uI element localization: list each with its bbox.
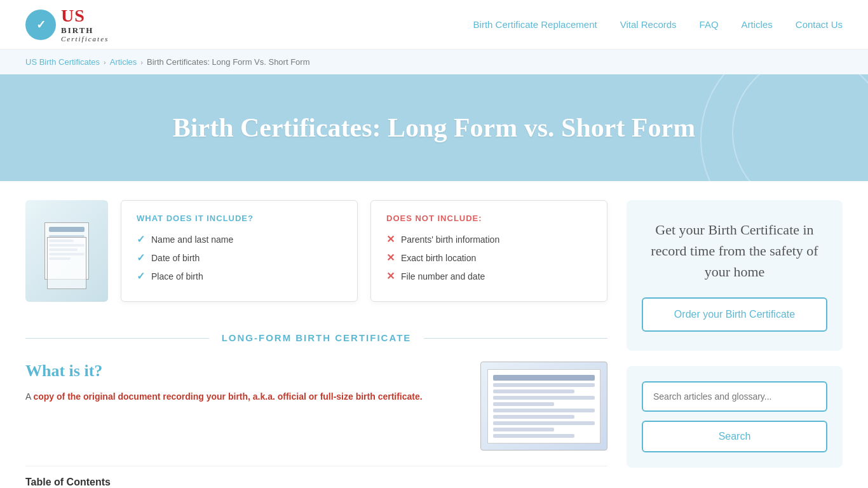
page-title: Birth Certificates: Long Form vs. Short … <box>25 112 843 143</box>
nav-vital-records[interactable]: Vital Records <box>620 19 677 30</box>
what-is-it-text: What is it? A copy of the original docum… <box>25 362 461 451</box>
x-icon-3: ✕ <box>386 270 395 282</box>
doc-line-9 <box>493 434 574 438</box>
doc-line-4 <box>493 402 554 406</box>
order-birth-certificate-button[interactable]: Order your Birth Certificate <box>642 297 827 332</box>
logo-text: US BIRTH Certificates <box>61 6 109 43</box>
search-button[interactable]: Search <box>642 421 827 452</box>
toc-section: Table of Contents <box>25 466 607 488</box>
not-includes-title: DOES NOT INCLUDE: <box>386 214 592 223</box>
breadcrumb: US Birth Certificates › Articles › Birth… <box>0 50 868 74</box>
doc-line-2 <box>493 390 574 393</box>
nav-articles[interactable]: Articles <box>742 19 773 30</box>
doc-line-header <box>493 375 595 381</box>
nav-faq[interactable]: FAQ <box>700 19 719 30</box>
check-icon-3: ✓ <box>137 270 145 282</box>
doc-line-8 <box>493 428 554 431</box>
long-form-title-bar: LONG-FORM BIRTH CERTIFICATE <box>25 321 607 355</box>
hero-section: Birth Certificates: Long Form vs. Short … <box>0 74 868 181</box>
x-icon-2: ✕ <box>386 252 395 264</box>
search-card: Search <box>627 366 843 468</box>
search-input[interactable] <box>642 381 827 412</box>
check-icon-1: ✓ <box>137 233 145 245</box>
main-nav: Birth Certificate Replacement Vital Reco… <box>473 19 843 30</box>
nav-birth-certificate-replacement[interactable]: Birth Certificate Replacement <box>473 19 597 30</box>
logo-certificates: Certificates <box>61 35 109 43</box>
long-form-doc-image <box>480 362 607 451</box>
not-include-item-1: ✕ Parents' birth information <box>386 233 592 245</box>
doc-image-short-form <box>25 200 108 302</box>
sidebar: Get your Birth Certificate in record tim… <box>627 200 843 488</box>
logo[interactable]: ✓ US BIRTH Certificates <box>25 6 109 43</box>
what-is-it-heading: What is it? <box>25 362 461 381</box>
include-item-2: ✓ Date of birth <box>137 252 342 264</box>
not-includes-card: DOES NOT INCLUDE: ✕ Parents' birth infor… <box>370 200 607 302</box>
breadcrumb-articles[interactable]: Articles <box>110 57 137 67</box>
not-include-item-3: ✕ File number and date <box>386 270 592 282</box>
site-header: ✓ US BIRTH Certificates Birth Certificat… <box>0 0 868 50</box>
what-is-it-description: A copy of the original document recordin… <box>25 390 461 405</box>
breadcrumb-sep-2: › <box>140 58 143 66</box>
includes-card: WHAT DOES IT INCLUDE? ✓ Name and last na… <box>121 200 358 302</box>
svg-text:✓: ✓ <box>36 18 46 31</box>
include-item-3: ✓ Place of birth <box>137 270 342 282</box>
long-form-section-title: LONG-FORM BIRTH CERTIFICATE <box>209 332 424 343</box>
not-include-item-2: ✕ Exact birth location <box>386 252 592 264</box>
main-container: WHAT DOES IT INCLUDE? ✓ Name and last na… <box>0 181 868 488</box>
breadcrumb-current: Birth Certificates: Long Form Vs. Short … <box>147 57 309 67</box>
nav-contact-us[interactable]: Contact Us <box>796 19 843 30</box>
breadcrumb-sep-1: › <box>104 58 106 66</box>
check-icon-2: ✓ <box>137 252 145 264</box>
doc-line-6 <box>493 415 574 419</box>
what-is-it-section: What is it? A copy of the original docum… <box>25 362 607 451</box>
include-item-1: ✓ Name and last name <box>137 233 342 245</box>
includes-title: WHAT DOES IT INCLUDE? <box>137 214 342 223</box>
description-bold: copy of the original document recording … <box>33 391 422 402</box>
breadcrumb-home[interactable]: US Birth Certificates <box>25 57 100 67</box>
doc-line-5 <box>493 409 595 412</box>
order-card: Get your Birth Certificate in record tim… <box>627 200 843 351</box>
order-card-text: Get your Birth Certificate in record tim… <box>642 219 827 282</box>
x-icon-1: ✕ <box>386 233 395 245</box>
logo-icon: ✓ <box>25 10 56 40</box>
content-area: WHAT DOES IT INCLUDE? ✓ Name and last na… <box>25 200 607 488</box>
comparison-section: WHAT DOES IT INCLUDE? ✓ Name and last na… <box>25 200 607 302</box>
logo-us: US <box>61 6 109 26</box>
doc-line-7 <box>493 421 595 425</box>
doc-line-3 <box>493 396 595 400</box>
logo-birth: BIRTH <box>61 26 109 35</box>
doc-line-1 <box>493 383 595 387</box>
toc-title: Table of Contents <box>25 477 607 488</box>
